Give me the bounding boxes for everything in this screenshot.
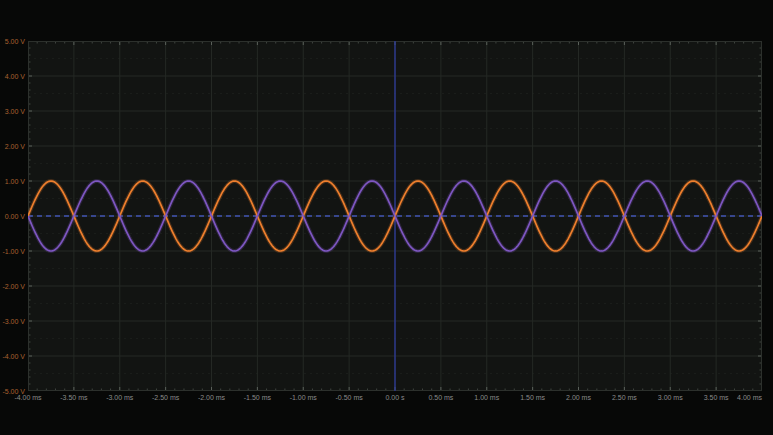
y-tick-label: 1.00 V [0,177,25,186]
y-tick-label: 5.00 V [0,37,25,46]
y-tick-label: -1.00 V [0,247,25,256]
x-tick-label: 3.50 ms [704,393,729,402]
x-tick-label: -0.50 ms [336,393,363,402]
y-tick-label: -2.00 V [0,282,25,291]
scope-canvas [28,41,762,391]
x-tick-label: -2.50 ms [152,393,179,402]
x-tick-label: 4.00 ms [737,393,762,402]
x-tick-label: 3.00 ms [658,393,683,402]
y-tick-label: -4.00 V [0,352,25,361]
x-tick-label: 0.00 s [385,393,404,402]
x-tick-label: 1.50 ms [520,393,545,402]
x-tick-label: -3.00 ms [106,393,133,402]
x-tick-label: -3.50 ms [60,393,87,402]
x-tick-label: 2.00 ms [566,393,591,402]
x-tick-label: -1.00 ms [290,393,317,402]
y-tick-label: 2.00 V [0,142,25,151]
y-tick-label: 0.00 V [0,212,25,221]
oscilloscope-screen: 5.00 V4.00 V3.00 V2.00 V1.00 V0.00 V-1.0… [0,0,773,435]
x-tick-label: 2.50 ms [612,393,637,402]
x-tick-label: 1.00 ms [474,393,499,402]
x-tick-label: -4.00 ms [14,393,41,402]
y-tick-label: 3.00 V [0,107,25,116]
x-tick-label: -1.50 ms [244,393,271,402]
scope-plot-area[interactable] [28,41,762,391]
x-tick-label: -2.00 ms [198,393,225,402]
x-tick-label: 0.50 ms [428,393,453,402]
y-tick-label: 4.00 V [0,72,25,81]
y-tick-label: -3.00 V [0,317,25,326]
